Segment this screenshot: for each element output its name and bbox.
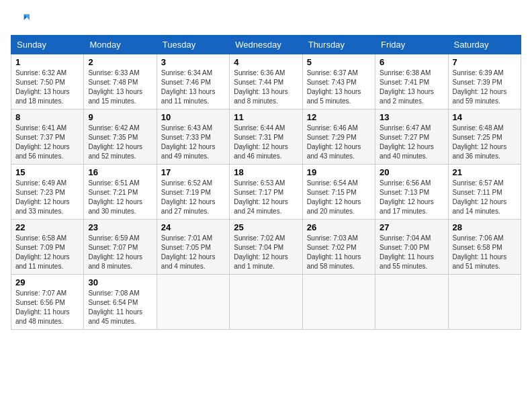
day-detail: Sunrise: 6:43 AMSunset: 7:33 PMDaylight:… [161,124,216,160]
calendar-cell: 2 Sunrise: 6:33 AMSunset: 7:48 PMDayligh… [84,54,157,109]
day-detail: Sunrise: 6:49 AMSunset: 7:23 PMDaylight:… [15,179,70,215]
calendar-table: SundayMondayTuesdayWednesdayThursdayFrid… [11,35,521,330]
calendar-week-row: 8 Sunrise: 6:41 AMSunset: 7:37 PMDayligh… [11,109,521,165]
day-detail: Sunrise: 6:42 AMSunset: 7:35 PMDaylight:… [88,124,142,160]
day-number: 8 [15,112,79,122]
calendar-cell: 4 Sunrise: 6:36 AMSunset: 7:44 PMDayligh… [230,54,302,109]
calendar-week-row: 15 Sunrise: 6:49 AMSunset: 7:23 PMDaylig… [11,165,521,220]
day-number: 14 [453,112,517,122]
calendar-cell: 22 Sunrise: 6:58 AMSunset: 7:09 PMDaylig… [11,220,84,275]
calendar-cell: 7 Sunrise: 6:39 AMSunset: 7:39 PMDayligh… [448,54,521,109]
weekday-header-thursday: Thursday [302,36,375,54]
day-number: 6 [380,57,443,67]
calendar-cell: 20 Sunrise: 6:56 AMSunset: 7:13 PMDaylig… [375,165,448,220]
calendar-cell [230,275,302,330]
day-number: 24 [161,222,225,232]
day-detail: Sunrise: 6:48 AMSunset: 7:25 PMDaylight:… [453,124,507,160]
day-number: 2 [88,57,152,67]
day-detail: Sunrise: 7:04 AMSunset: 7:00 PMDaylight:… [380,234,434,270]
day-detail: Sunrise: 6:34 AMSunset: 7:46 PMDaylight:… [161,69,216,105]
day-number: 28 [453,222,517,232]
calendar-cell: 29 Sunrise: 7:07 AMSunset: 6:56 PMDaylig… [11,275,84,330]
day-number: 12 [307,112,371,122]
calendar-cell [157,275,229,330]
calendar-cell: 16 Sunrise: 6:51 AMSunset: 7:21 PMDaylig… [84,165,157,220]
day-number: 4 [234,57,298,67]
day-number: 17 [161,167,225,177]
day-number: 16 [88,167,152,177]
calendar-cell: 8 Sunrise: 6:41 AMSunset: 7:37 PMDayligh… [11,109,84,165]
day-detail: Sunrise: 7:08 AMSunset: 6:54 PMDaylight:… [88,289,142,325]
day-number: 10 [161,112,225,122]
calendar-cell [375,275,448,330]
weekday-header-wednesday: Wednesday [230,36,302,54]
day-detail: Sunrise: 6:59 AMSunset: 7:07 PMDaylight:… [88,234,142,270]
day-detail: Sunrise: 6:57 AMSunset: 7:11 PMDaylight:… [453,179,507,215]
calendar-cell: 26 Sunrise: 7:03 AMSunset: 7:02 PMDaylig… [302,220,375,275]
day-number: 3 [161,57,225,67]
day-detail: Sunrise: 6:32 AMSunset: 7:50 PMDaylight:… [15,69,70,105]
calendar-week-row: 1 Sunrise: 6:32 AMSunset: 7:50 PMDayligh… [11,54,521,109]
day-number: 25 [234,222,298,232]
day-detail: Sunrise: 6:36 AMSunset: 7:44 PMDaylight:… [234,69,288,105]
weekday-header-saturday: Saturday [448,36,521,54]
day-detail: Sunrise: 7:07 AMSunset: 6:56 PMDaylight:… [15,289,70,325]
day-number: 11 [234,112,298,122]
calendar-cell: 5 Sunrise: 6:37 AMSunset: 7:43 PMDayligh… [302,54,375,109]
day-number: 13 [380,112,443,122]
calendar-cell: 9 Sunrise: 6:42 AMSunset: 7:35 PMDayligh… [84,109,157,165]
calendar-cell: 10 Sunrise: 6:43 AMSunset: 7:33 PMDaylig… [157,109,229,165]
day-detail: Sunrise: 7:03 AMSunset: 7:02 PMDaylight:… [307,234,361,270]
day-number: 9 [88,112,152,122]
day-detail: Sunrise: 6:51 AMSunset: 7:21 PMDaylight:… [88,179,142,215]
calendar-cell: 21 Sunrise: 6:57 AMSunset: 7:11 PMDaylig… [448,165,521,220]
day-detail: Sunrise: 6:33 AMSunset: 7:48 PMDaylight:… [88,69,142,105]
day-detail: Sunrise: 6:47 AMSunset: 7:27 PMDaylight:… [380,124,434,160]
day-detail: Sunrise: 6:41 AMSunset: 7:37 PMDaylight:… [15,124,70,160]
day-detail: Sunrise: 6:58 AMSunset: 7:09 PMDaylight:… [15,234,70,270]
calendar-cell: 1 Sunrise: 6:32 AMSunset: 7:50 PMDayligh… [11,54,84,109]
day-number: 1 [15,57,79,67]
calendar-cell: 13 Sunrise: 6:47 AMSunset: 7:27 PMDaylig… [375,109,448,165]
day-number: 30 [88,277,152,287]
page-header [11,11,521,30]
weekday-header-tuesday: Tuesday [157,36,229,54]
calendar-cell: 12 Sunrise: 6:46 AMSunset: 7:29 PMDaylig… [302,109,375,165]
day-detail: Sunrise: 6:46 AMSunset: 7:29 PMDaylight:… [307,124,361,160]
calendar-cell: 18 Sunrise: 6:53 AMSunset: 7:17 PMDaylig… [230,165,302,220]
day-detail: Sunrise: 6:52 AMSunset: 7:19 PMDaylight:… [161,179,216,215]
day-detail: Sunrise: 6:44 AMSunset: 7:31 PMDaylight:… [234,124,288,160]
calendar-cell: 23 Sunrise: 6:59 AMSunset: 7:07 PMDaylig… [84,220,157,275]
calendar-cell: 30 Sunrise: 7:08 AMSunset: 6:54 PMDaylig… [84,275,157,330]
calendar-cell: 19 Sunrise: 6:54 AMSunset: 7:15 PMDaylig… [302,165,375,220]
calendar-week-row: 22 Sunrise: 6:58 AMSunset: 7:09 PMDaylig… [11,220,521,275]
logo [11,11,32,30]
day-number: 20 [380,167,443,177]
weekday-header-sunday: Sunday [11,36,84,54]
day-detail: Sunrise: 6:53 AMSunset: 7:17 PMDaylight:… [234,179,288,215]
day-detail: Sunrise: 6:39 AMSunset: 7:39 PMDaylight:… [453,69,507,105]
calendar-cell: 28 Sunrise: 7:06 AMSunset: 6:58 PMDaylig… [448,220,521,275]
day-detail: Sunrise: 7:01 AMSunset: 7:05 PMDaylight:… [161,234,216,270]
calendar-cell [302,275,375,330]
weekday-header-monday: Monday [84,36,157,54]
day-number: 18 [234,167,298,177]
day-number: 15 [15,167,79,177]
day-detail: Sunrise: 6:56 AMSunset: 7:13 PMDaylight:… [380,179,434,215]
calendar-cell: 24 Sunrise: 7:01 AMSunset: 7:05 PMDaylig… [157,220,229,275]
calendar-cell: 3 Sunrise: 6:34 AMSunset: 7:46 PMDayligh… [157,54,229,109]
day-number: 22 [15,222,79,232]
calendar-cell: 17 Sunrise: 6:52 AMSunset: 7:19 PMDaylig… [157,165,229,220]
day-number: 23 [88,222,152,232]
calendar-cell: 11 Sunrise: 6:44 AMSunset: 7:31 PMDaylig… [230,109,302,165]
day-number: 26 [307,222,371,232]
day-number: 29 [15,277,79,287]
day-detail: Sunrise: 7:06 AMSunset: 6:58 PMDaylight:… [453,234,507,270]
day-number: 7 [453,57,517,67]
calendar-cell: 14 Sunrise: 6:48 AMSunset: 7:25 PMDaylig… [448,109,521,165]
calendar-cell: 27 Sunrise: 7:04 AMSunset: 7:00 PMDaylig… [375,220,448,275]
calendar-week-row: 29 Sunrise: 7:07 AMSunset: 6:56 PMDaylig… [11,275,521,330]
calendar-cell: 25 Sunrise: 7:02 AMSunset: 7:04 PMDaylig… [230,220,302,275]
day-detail: Sunrise: 6:54 AMSunset: 7:15 PMDaylight:… [307,179,361,215]
day-detail: Sunrise: 6:37 AMSunset: 7:43 PMDaylight:… [307,69,361,105]
